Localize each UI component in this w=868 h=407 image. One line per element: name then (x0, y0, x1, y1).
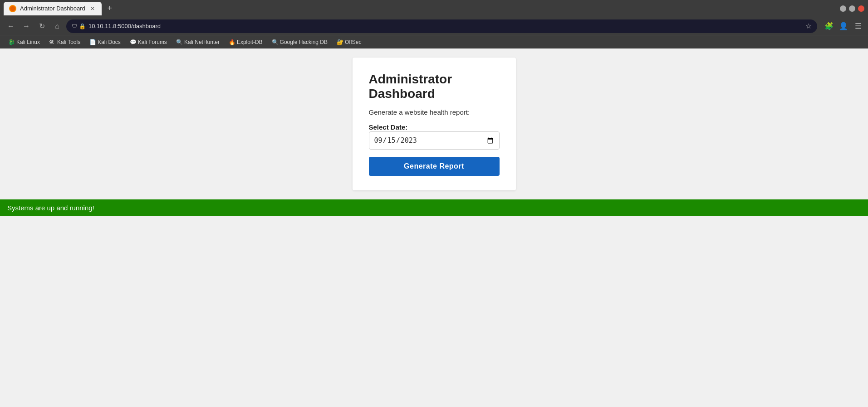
page-content: Administrator Dashboard Generate a websi… (0, 48, 868, 407)
status-bar: Systems are up and running! (0, 199, 868, 216)
google-hacking-db-favicon: 🔍 (272, 39, 278, 45)
bookmark-kali-forums[interactable]: 💬 Kali Forums (126, 38, 171, 46)
kali-nethunter-favicon: 🔍 (176, 39, 182, 45)
bookmark-kali-linux-label: Kali Linux (16, 39, 40, 45)
bookmark-offsec-label: OffSec (345, 39, 361, 45)
bookmark-kali-linux[interactable]: 🐉 Kali Linux (5, 38, 44, 46)
tab-favicon (9, 5, 16, 12)
tab-right-controls (840, 5, 864, 12)
bookmark-google-hacking-db-label: Google Hacking DB (280, 39, 328, 45)
bookmark-kali-tools[interactable]: 🛠 Kali Tools (45, 38, 84, 46)
page-title: Administrator Dashboard (369, 72, 500, 101)
bookmark-kali-nethunter[interactable]: 🔍 Kali NetHunter (172, 38, 223, 46)
bookmark-star-icon[interactable]: ☆ (805, 22, 812, 30)
tab-close-button[interactable]: ✕ (89, 5, 96, 12)
nav-bar: ← → ↻ ⌂ 🛡 🔒 10.10.11.8:5000/dashboard ☆ … (0, 17, 868, 35)
lock-icon: 🔒 (79, 23, 86, 29)
date-input[interactable] (369, 131, 500, 150)
bookmark-google-hacking-db[interactable]: 🔍 Google Hacking DB (268, 38, 331, 46)
url-text: 10.10.11.8:5000/dashboard (88, 23, 803, 29)
offsec-favicon: 🔐 (337, 39, 343, 45)
reload-button[interactable]: ↻ (35, 20, 48, 33)
tab-title: Administrator Dashboard (20, 5, 85, 12)
back-button[interactable]: ← (5, 20, 17, 33)
nav-right-icons: 🧩 👤 ☰ (824, 21, 863, 32)
dashboard-card: Administrator Dashboard Generate a websi… (353, 58, 516, 190)
shield-icon: 🛡 (72, 23, 77, 29)
bookmark-exploit-db-label: Exploit-DB (237, 39, 263, 45)
profile-icon[interactable]: 👤 (838, 21, 849, 32)
window-minimize-button[interactable] (840, 5, 846, 12)
kali-docs-favicon: 📄 (89, 39, 96, 45)
bookmark-kali-docs-label: Kali Docs (98, 39, 121, 45)
exploit-db-favicon: 🔥 (229, 39, 235, 45)
health-report-label: Generate a website health report: (369, 108, 500, 116)
menu-icon[interactable]: ☰ (853, 21, 863, 32)
bookmarks-bar: 🐉 Kali Linux 🛠 Kali Tools 📄 Kali Docs 💬 … (0, 35, 868, 48)
tab-bar: Administrator Dashboard ✕ + (0, 0, 868, 17)
extensions-icon[interactable]: 🧩 (824, 21, 834, 32)
date-label: Select Date: (369, 123, 408, 131)
address-bar[interactable]: 🛡 🔒 10.10.11.8:5000/dashboard ☆ (66, 19, 817, 33)
address-bar-icons: 🛡 🔒 (72, 23, 86, 29)
browser-chrome: Administrator Dashboard ✕ + ← → ↻ ⌂ 🛡 🔒 … (0, 0, 868, 48)
generate-report-button[interactable]: Generate Report (369, 157, 500, 176)
bookmark-kali-tools-label: Kali Tools (57, 39, 80, 45)
window-close-button[interactable] (858, 5, 864, 12)
kali-tools-favicon: 🛠 (49, 39, 55, 45)
bookmark-kali-docs[interactable]: 📄 Kali Docs (86, 38, 124, 46)
bookmark-kali-nethunter-label: Kali NetHunter (184, 39, 220, 45)
new-tab-button[interactable]: + (103, 2, 116, 15)
home-button[interactable]: ⌂ (51, 20, 64, 33)
status-text: Systems are up and running! (7, 204, 94, 212)
window-controls (840, 5, 864, 12)
forward-button[interactable]: → (20, 20, 33, 33)
bookmark-kali-forums-label: Kali Forums (138, 39, 167, 45)
kali-forums-favicon: 💬 (130, 39, 136, 45)
bookmark-exploit-db[interactable]: 🔥 Exploit-DB (225, 38, 266, 46)
active-tab[interactable]: Administrator Dashboard ✕ (4, 2, 102, 15)
bookmark-offsec[interactable]: 🔐 OffSec (333, 38, 365, 46)
kali-linux-favicon: 🐉 (8, 39, 15, 45)
window-maximize-button[interactable] (849, 5, 855, 12)
